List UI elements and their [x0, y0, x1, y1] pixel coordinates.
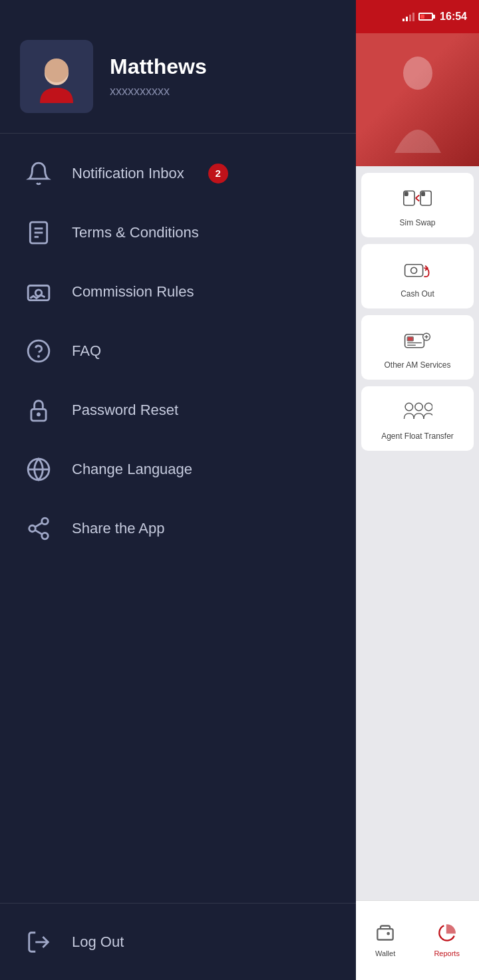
help-circle-icon — [23, 336, 53, 366]
language-icon — [23, 454, 53, 484]
sim-swap-icon — [401, 183, 434, 213]
status-icons: 16:54 — [402, 11, 467, 23]
side-drawer: Matthews xxxxxxxxxx Notification Inbox 2 — [0, 0, 356, 980]
svg-rect-8 — [407, 336, 413, 340]
time-display: 16:54 — [440, 11, 467, 23]
svg-rect-4 — [422, 192, 425, 195]
menu-label-commission-rules: Commission Rules — [72, 283, 194, 301]
user-name: Matthews — [110, 55, 207, 79]
cash-out-card[interactable]: Cash Out — [361, 244, 474, 308]
reports-nav-icon — [438, 923, 456, 947]
svg-point-30 — [37, 413, 39, 415]
svg-point-14 — [405, 403, 412, 410]
notification-badge: 2 — [208, 164, 228, 184]
user-id: xxxxxxxxxx — [110, 84, 207, 98]
sim-swap-label: Sim Swap — [399, 218, 435, 227]
svg-point-33 — [41, 518, 48, 525]
svg-point-15 — [415, 403, 422, 410]
svg-rect-5 — [405, 264, 423, 276]
menu-item-faq[interactable]: FAQ — [0, 321, 356, 380]
nav-item-reports[interactable]: Reports — [434, 923, 460, 957]
bell-icon — [23, 158, 53, 188]
user-info: Matthews xxxxxxxxxx — [110, 55, 207, 98]
svg-point-34 — [29, 525, 35, 532]
svg-line-37 — [35, 523, 42, 527]
bottom-nav: Wallet Reports — [356, 900, 479, 980]
svg-point-27 — [28, 340, 49, 362]
menu-label-faq: FAQ — [72, 342, 101, 360]
svg-point-6 — [411, 267, 417, 273]
menu-list: Notification Inbox 2 Terms & Conditions — [0, 134, 356, 903]
document-icon — [23, 217, 53, 247]
agent-float-transfer-card[interactable]: Agent Float Transfer — [361, 386, 474, 451]
svg-point-18 — [45, 59, 69, 82]
reports-nav-label: Reports — [434, 949, 460, 957]
logout-label: Log Out — [72, 933, 124, 951]
menu-item-notification-inbox[interactable]: Notification Inbox 2 — [0, 144, 356, 203]
bottom-section: Log Out — [0, 903, 356, 980]
menu-item-change-language[interactable]: Change Language — [0, 439, 356, 499]
other-am-services-card[interactable]: Other AM Services — [361, 315, 474, 380]
cash-out-icon — [401, 254, 434, 284]
wallet-nav-label: Wallet — [375, 949, 395, 957]
menu-item-terms-conditions[interactable]: Terms & Conditions — [0, 203, 356, 262]
menu-item-logout[interactable]: Log Out — [0, 910, 356, 973]
menu-label-password-reset: Password Reset — [72, 402, 178, 419]
signal-icon — [402, 12, 414, 21]
menu-item-password-reset[interactable]: Password Reset — [0, 380, 356, 439]
promo-banner — [356, 33, 479, 166]
avatar-icon — [20, 40, 93, 113]
logout-icon — [23, 927, 53, 957]
menu-label-share-app: Share the App — [72, 520, 164, 537]
nav-item-wallet[interactable]: Wallet — [375, 923, 395, 957]
agent-float-transfer-icon — [401, 396, 434, 426]
wallet-nav-icon — [376, 923, 395, 947]
right-panel: Sim Swap Cash Out — [356, 0, 479, 980]
menu-label-terms-conditions: Terms & Conditions — [72, 224, 199, 241]
services-grid: Sim Swap Cash Out — [356, 166, 479, 980]
sim-swap-card[interactable]: Sim Swap — [361, 173, 474, 237]
svg-line-36 — [35, 530, 42, 534]
menu-label-notification-inbox: Notification Inbox — [72, 165, 184, 182]
share-icon — [23, 513, 53, 543]
status-bar: 16:54 — [0, 0, 479, 33]
money-icon — [23, 277, 53, 306]
lock-icon — [23, 395, 53, 425]
svg-point-35 — [41, 533, 48, 539]
cash-out-label: Cash Out — [400, 289, 434, 299]
menu-item-share-app[interactable]: Share the App — [0, 499, 356, 558]
battery-icon — [418, 13, 433, 21]
svg-rect-2 — [405, 192, 408, 195]
svg-point-16 — [425, 403, 432, 410]
agent-float-transfer-label: Agent Float Transfer — [381, 431, 454, 441]
svg-point-0 — [403, 57, 432, 90]
svg-rect-39 — [377, 929, 393, 939]
other-am-services-icon — [401, 325, 434, 355]
banner-image — [356, 33, 479, 166]
menu-item-commission-rules[interactable]: Commission Rules — [0, 262, 356, 321]
menu-label-change-language: Change Language — [72, 461, 192, 478]
avatar — [20, 40, 93, 113]
status-bar-time-area: 16:54 — [359, 0, 479, 33]
other-am-services-label: Other AM Services — [384, 360, 450, 370]
